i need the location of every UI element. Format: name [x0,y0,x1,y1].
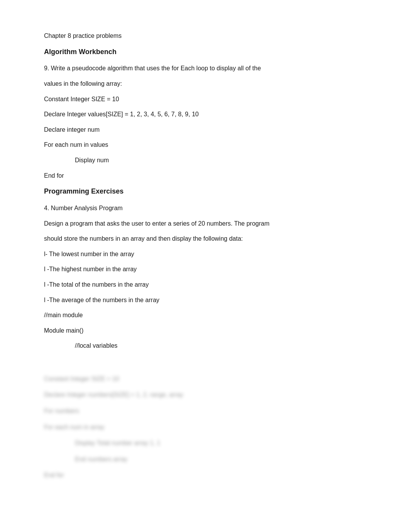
bullet1: l- The lowest number in the array [44,249,366,259]
bullet3: l -The total of the numbers in the array [44,280,366,290]
local-vars-comment: //local variables [44,341,366,351]
blurred-line4: For each num in array [44,422,366,432]
declare-values: Declare Integer values[SIZE] = 1, 2, 3, … [44,109,366,119]
main-content: Chapter 8 practice problems Algorithm Wo… [44,31,366,480]
blurred-line6: End numbers array [44,454,366,464]
blurred-line7: End for [44,470,366,480]
module-main: Module main() [44,326,366,336]
bullet4: l -The average of the numbers in the arr… [44,295,366,305]
end-for: End for [44,171,366,181]
blurred-line5: Display Total number array 1, 1 [44,438,366,448]
display-num: Display num [44,155,366,165]
question4-title: 4. Number Analysis Program [44,203,366,213]
bullet2: l -The highest number in the array [44,264,366,274]
for-each: For each num in values [44,140,366,150]
main-comment: //main module [44,310,366,320]
question4-desc1: Design a program that asks the user to e… [44,219,366,229]
constant-line: Constant Integer SIZE = 10 [44,94,366,104]
blurred-line2: Declare Integer numbers[SIZE] = 1, 2, ra… [44,390,366,400]
blurred-line1: Constant Integer SIZE = 10 [44,374,366,384]
programming-exercises-heading: Programming Exercises [44,186,366,197]
question4-desc2: should store the numbers in an array and… [44,234,366,244]
blurred-line3: For numbers [44,406,366,416]
question9-line2: values in the following array: [44,79,366,89]
chapter-label: Chapter 8 practice problems [44,31,366,41]
declare-num: Declare integer num [44,125,366,135]
algorithm-workbench-heading: Algorithm Workbench [44,46,366,58]
question9-line1: 9. Write a pseudocode algorithm that use… [44,63,366,73]
blurred-content: Constant Integer SIZE = 10 Declare Integ… [44,374,366,480]
